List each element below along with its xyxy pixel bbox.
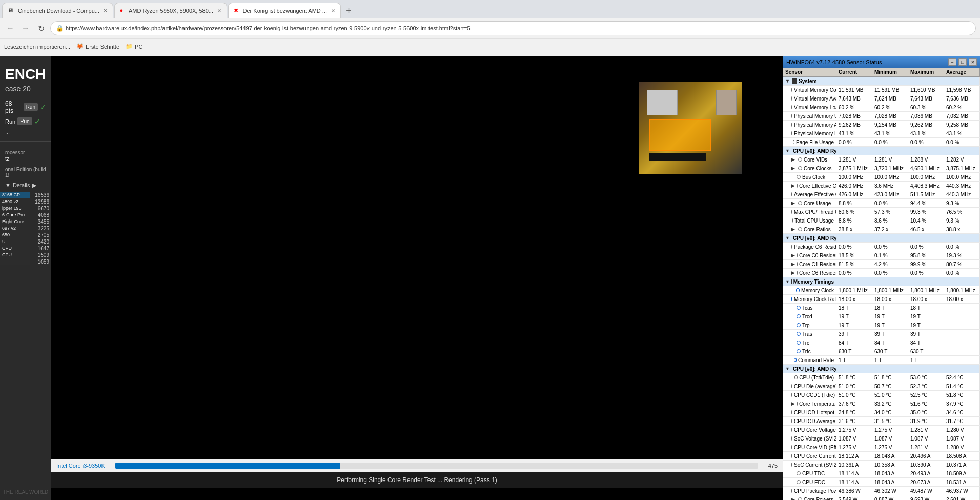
hwinfo-sensor-row[interactable]: ▶ Core Powers 2.549 W 0.887 W 9.693 W 2.…: [783, 495, 980, 500]
hwinfo-sensor-list[interactable]: ▼ System Virtual Memory Committed 11,591…: [783, 77, 980, 500]
hwinfo-sensor-row[interactable]: Physical Memory Used 7,028 MB 7,028 MB 7…: [783, 112, 980, 121]
hwinfo-sensor-row[interactable]: ▶ Core Usage 8.8 % 0.0 % 94.4 % 9.3 %: [783, 199, 980, 208]
section-expand-icon[interactable]: ▼: [785, 78, 790, 84]
tab-amd[interactable]: ● AMD Ryzen 5950X, 5900X, 580... ×: [114, 3, 227, 18]
hwinfo-sensor-row[interactable]: CPU (Tctl/Tdie) 51.8 °C 51.8 °C 53.0 °C …: [783, 373, 980, 382]
cinebench-run-btn-2[interactable]: Run: [17, 117, 32, 125]
row-maximum: 35.0 °C: [908, 408, 944, 416]
hwinfo-sensor-row[interactable]: CPU Core Current (SVI2...) 18.112 A 18.0…: [783, 452, 980, 461]
row-expand-icon[interactable]: ▶: [791, 227, 797, 232]
hwinfo-sensor-row[interactable]: ▶ Core C1 Residency 81.5 % 4.2 % 99.9 % …: [783, 260, 980, 269]
hwinfo-sensor-row[interactable]: CPU Core Voltage (SVI2...) 1.275 V 1.275…: [783, 426, 980, 434]
hwinfo-section-header[interactable]: ▼ Memory Timings: [783, 277, 980, 286]
hwinfo-section-header[interactable]: ▼ CPU [#0]: AMD Ryzen S...: [783, 234, 980, 243]
hwinfo-sensor-row[interactable]: Package C6 Residency 0.0 % 0.0 % 0.0 % 0…: [783, 243, 980, 251]
hwinfo-sensor-row[interactable]: CPU Core VID (Effective) 1.275 V 1.275 V…: [783, 443, 980, 452]
cinebench-details-btn[interactable]: ▼ Details ▶: [0, 179, 51, 192]
bookmark-erste[interactable]: 🦊 Erste Schritte: [76, 43, 119, 50]
row-expand-icon[interactable]: ▶: [791, 253, 795, 258]
hwinfo-sensor-row[interactable]: SoC Current (SVI2 TFN) 10.361 A 10.358 A…: [783, 461, 980, 469]
new-tab-button[interactable]: +: [342, 4, 356, 18]
section-expand-icon[interactable]: ▼: [785, 366, 790, 371]
hwinfo-sensor-row[interactable]: Page File Usage 0.0 % 0.0 % 0.0 % 0.0 %: [783, 138, 980, 147]
row-name: Trc: [802, 340, 809, 346]
hwinfo-sensor-row[interactable]: Command Rate 1 T 1 T 1 T: [783, 356, 980, 365]
row-expand-icon[interactable]: ▶: [791, 166, 797, 171]
row-current: 51.8 °C: [836, 373, 872, 382]
row-expand-icon[interactable]: ▶: [791, 157, 797, 162]
hwinfo-sensor-row[interactable]: CPU Die (average) 51.0 °C 50.7 °C 52.3 °…: [783, 382, 980, 391]
cb-row-score: 2420: [30, 238, 51, 245]
row-expand-icon[interactable]: ▶: [791, 401, 795, 406]
hwinfo-sensor-row[interactable]: Total CPU Usage 8.8 % 8.6 % 10.4 % 9.3 %: [783, 216, 980, 225]
hwinfo-sensor-row[interactable]: Bus Clock 100.0 MHz 100.0 MHz 100.0 MHz …: [783, 173, 980, 182]
hwinfo-sensor-row[interactable]: Tras 39 T 39 T 39 T: [783, 330, 980, 338]
hwinfo-sensor-row[interactable]: ▶ Core Ratios 38.8 x 37.2 x 46.5 x 38.8 …: [783, 225, 980, 234]
hwinfo-sensor-row[interactable]: ▶ Core C6 Residency 0.0 % 0.0 % 0.0 % 0.…: [783, 269, 980, 277]
hwinfo-sensor-row[interactable]: Max CPU/Thread Usage 80.6 % 57.3 % 99.3 …: [783, 208, 980, 216]
reload-button[interactable]: ↻: [35, 22, 47, 34]
tab-cinebench[interactable]: 🖥 Cinebench Download - Compu... ×: [2, 3, 113, 18]
row-minimum: 9,254 MB: [872, 121, 908, 129]
hwinfo-sensor-row[interactable]: Trcd 19 T 19 T 19 T: [783, 312, 980, 321]
col-header-minimum: Minimum: [872, 68, 908, 76]
hwinfo-sensor-row[interactable]: Virtual Memory Committed 11,591 MB 11,59…: [783, 86, 980, 94]
hwinfo-sensor-row[interactable]: Average Effective Clock 426.0 MHz 423.0 …: [783, 190, 980, 199]
tab-close-3[interactable]: ×: [331, 7, 335, 14]
row-name-cell: Package C6 Residency: [783, 243, 836, 251]
row-expand-icon[interactable]: ▶: [791, 183, 795, 188]
tab-close-1[interactable]: ×: [104, 7, 108, 14]
row-expand-icon[interactable]: ▶: [791, 201, 797, 206]
row-name: Core Usage: [804, 201, 831, 206]
row-expand-icon[interactable]: ▶: [791, 262, 795, 267]
back-button[interactable]: ←: [4, 22, 16, 34]
address-bar[interactable]: 🔒 https://www.hardwarelux.de/index.php/a…: [50, 21, 976, 35]
hwinfo-sensor-row[interactable]: ▶ Core C0 Residency 18.5 % 0.1 % 95.8 % …: [783, 251, 980, 260]
hwinfo-sensor-row[interactable]: CPU TDC 18.114 A 18.043 A 20.493 A 18.50…: [783, 469, 980, 478]
hwinfo-sensor-row[interactable]: CPU IOD Hotspot 34.8 °C 34.0 °C 35.0 °C …: [783, 408, 980, 417]
tab-close-2[interactable]: ×: [217, 7, 221, 14]
hwinfo-sensor-row[interactable]: Memory Clock 1,800.1 MHz 1,800.1 MHz 1,8…: [783, 286, 980, 295]
forward-button[interactable]: →: [19, 22, 32, 34]
bookmark-import[interactable]: Lesezeichen importieren...: [4, 44, 70, 50]
tab-koenig[interactable]: ✖ Der König ist bezwungen: AMD ... ×: [228, 3, 341, 18]
row-maximum: 9.693 W: [908, 495, 944, 500]
cinebench-check-1: ✓: [40, 103, 46, 111]
hwinfo-sensor-row[interactable]: Trp 19 T 19 T 19 T: [783, 321, 980, 330]
hwinfo-section-header[interactable]: ▼ CPU [#0]: AMD Ryzen S...: [783, 365, 980, 373]
hwinfo-sensor-row[interactable]: Virtual Memory Load 60.2 % 60.2 % 60.3 %…: [783, 103, 980, 112]
hwinfo-sensor-row[interactable]: ▶ Core Clocks 3,875.1 MHz 3,720.1 MHz 4,…: [783, 164, 980, 173]
hwinfo-sensor-row[interactable]: ▶ Core Effective Clocks 426.0 MHz 3.6 MH…: [783, 182, 980, 190]
row-current: 81.5 %: [836, 260, 872, 268]
hwinfo-sensor-row[interactable]: CPU CCD1 (Tdie) 51.0 °C 51.0 °C 52.5 °C …: [783, 391, 980, 399]
hwinfo-sensor-row[interactable]: CPU Package Power 46.386 W 46.302 W 49.4…: [783, 487, 980, 495]
hwinfo-restore-btn[interactable]: □: [958, 58, 967, 66]
cinebench-run-btn-1[interactable]: Run: [24, 103, 38, 111]
hwinfo-sensor-row[interactable]: Tcas 18 T 18 T 18 T: [783, 304, 980, 312]
hwinfo-sensor-row[interactable]: Memory Clock Ratio 18.00 x 18.00 x 18.00…: [783, 295, 980, 304]
section-expand-icon[interactable]: ▼: [785, 148, 790, 153]
section-expand-icon[interactable]: ▼: [785, 279, 790, 284]
hwinfo-minimize-btn[interactable]: −: [948, 58, 956, 66]
hwinfo-sensor-row[interactable]: ▶ Core VIDs 1.281 V 1.281 V 1.288 V 1.28…: [783, 155, 980, 164]
hwinfo-sensor-row[interactable]: CPU IOD Average 31.6 °C 31.5 °C 31.9 °C …: [783, 417, 980, 426]
hwinfo-sensor-row[interactable]: CPU EDC 18.114 A 18.043 A 20.673 A 18.53…: [783, 478, 980, 487]
hwinfo-sensor-row[interactable]: Trc 84 T 84 T 84 T: [783, 338, 980, 347]
hwinfo-sensor-row[interactable]: ▶ Core Temperatures 37.6 °C 33.2 °C 51.6…: [783, 399, 980, 408]
hwinfo-sensor-row[interactable]: Physical Memory Load 43.1 % 43.1 % 43.1 …: [783, 129, 980, 138]
hwinfo-sensor-row[interactable]: Physical Memory Available 9,262 MB 9,254…: [783, 121, 980, 129]
hwinfo-sensor-row[interactable]: Virtual Memory Available 7,643 MB 7,624 …: [783, 94, 980, 103]
row-sensor-icon: [791, 192, 792, 196]
row-name-cell: CPU (Tctl/Tdie): [783, 373, 836, 382]
hwinfo-section-header[interactable]: ▼ System: [783, 77, 980, 86]
row-name: Core C0 Residency: [799, 253, 836, 258]
hwinfo-close-btn[interactable]: ✕: [969, 58, 977, 66]
hwinfo-sensor-row[interactable]: SoC Voltage (SVI2 TFN) 1.087 V 1.087 V 1…: [783, 434, 980, 443]
row-name: CPU Core VID (Effective): [794, 445, 836, 450]
section-expand-icon[interactable]: ▼: [785, 235, 790, 241]
row-expand-icon[interactable]: ▶: [791, 497, 797, 500]
hwinfo-section-header[interactable]: ▼ CPU [#0]: AMD Ryzen S...: [783, 147, 980, 155]
bookmark-pc[interactable]: 📁 PC: [126, 43, 142, 50]
hwinfo-sensor-row[interactable]: Trfc 630 T 630 T 630 T: [783, 347, 980, 356]
row-expand-icon[interactable]: ▶: [791, 270, 795, 275]
